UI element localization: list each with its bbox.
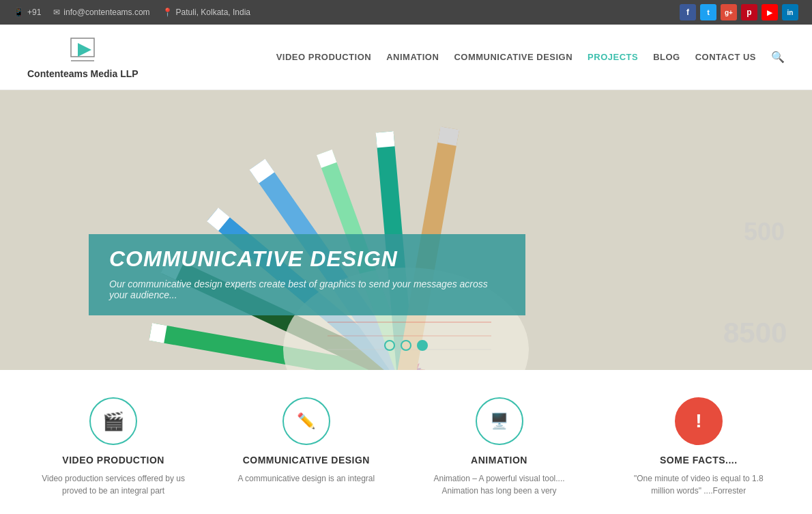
search-icon[interactable]: 🔍 bbox=[771, 51, 785, 63]
facebook-icon[interactable]: f bbox=[680, 4, 696, 20]
social-icons: f t g+ p ▶ in bbox=[680, 4, 798, 20]
feature-video-production: 🎬 VIDEO PRODUCTION Video production serv… bbox=[38, 397, 188, 497]
some-facts-desc: "One minute of video is equal to 1.8 mil… bbox=[624, 472, 774, 497]
animation-title: ANIMATION bbox=[471, 455, 527, 466]
svg-text:8500: 8500 bbox=[723, 317, 787, 349]
phone-number: +91 bbox=[27, 8, 41, 17]
linkedin-icon[interactable]: in bbox=[782, 4, 798, 20]
svg-text:500: 500 bbox=[744, 218, 785, 246]
video-production-title: VIDEO PRODUCTION bbox=[62, 455, 164, 466]
youtube-icon[interactable]: ▶ bbox=[762, 4, 778, 20]
nav-animation[interactable]: ANIMATION bbox=[386, 52, 439, 62]
animation-icon-circle: 🖥️ bbox=[476, 397, 523, 445]
communicative-design-icon-circle: ✏️ bbox=[282, 397, 330, 445]
nav-blog[interactable]: BLOG bbox=[653, 52, 680, 62]
svg-rect-39 bbox=[376, 131, 395, 147]
email-info: ✉ info@contenteams.com bbox=[53, 8, 149, 17]
phone-info: 📱 +91 bbox=[14, 8, 41, 17]
location-info: 📍 Patuli, Kolkata, India bbox=[162, 8, 250, 17]
slider-dot-2[interactable] bbox=[401, 340, 411, 351]
email-icon: ✉ bbox=[53, 8, 60, 17]
hero-background: 8500 500 bbox=[0, 90, 812, 370]
some-facts-title: SOME FACTS.... bbox=[660, 455, 738, 466]
hero-subtitle: Our communicative design experts create … bbox=[109, 279, 505, 300]
google-plus-icon[interactable]: g+ bbox=[721, 4, 737, 20]
slider-dots bbox=[384, 340, 428, 351]
communicative-design-title: COMMUNICATIVE DESIGN bbox=[243, 455, 370, 466]
svg-rect-42 bbox=[437, 126, 459, 145]
hero-section: 8500 500 COMMUNICATIVE DESIGN Our commun… bbox=[0, 90, 812, 370]
top-bar: 📱 +91 ✉ info@contenteams.com 📍 Patuli, K… bbox=[0, 0, 812, 25]
feature-animation: 🖥️ ANIMATION Animation – A powerful visu… bbox=[424, 397, 575, 497]
svg-rect-12 bbox=[149, 323, 167, 343]
nav-contact-us[interactable]: CONTACT US bbox=[695, 52, 756, 62]
video-icon: 🎬 bbox=[102, 411, 124, 432]
communicative-design-desc: A communicative design is an integral bbox=[237, 472, 375, 485]
animation-icon: 🖥️ bbox=[490, 412, 508, 430]
nav-video-production[interactable]: VIDEO PRODUCTION bbox=[276, 52, 371, 62]
some-facts-icon-circle: ! bbox=[675, 397, 723, 445]
animation-desc: Animation – A powerful visual tool.... A… bbox=[424, 472, 575, 497]
email-address: info@contenteams.com bbox=[63, 8, 149, 17]
main-nav: VIDEO PRODUCTION ANIMATION COMMUNICATIVE… bbox=[276, 51, 785, 63]
video-production-icon-circle: 🎬 bbox=[89, 397, 137, 445]
hero-title: COMMUNICATIVE DESIGN bbox=[109, 246, 505, 272]
nav-communicative-design[interactable]: COMMUNICATIVE DESIGN bbox=[454, 52, 572, 62]
location-text: Patuli, Kolkata, India bbox=[176, 8, 250, 17]
features-section: 🎬 VIDEO PRODUCTION Video production serv… bbox=[0, 370, 812, 511]
slider-dot-3[interactable] bbox=[417, 340, 428, 351]
feature-communicative-design: ✏️ COMMUNICATIVE DESIGN A communicative … bbox=[237, 397, 375, 485]
feature-some-facts: ! SOME FACTS.... "One minute of video is… bbox=[624, 397, 774, 497]
logo[interactable]: Contenteams Media LLP bbox=[27, 35, 139, 79]
exclamation-icon: ! bbox=[695, 410, 701, 432]
slider-dot-1[interactable] bbox=[384, 340, 395, 351]
top-bar-left: 📱 +91 ✉ info@contenteams.com 📍 Patuli, K… bbox=[14, 8, 250, 17]
hero-text-box: COMMUNICATIVE DESIGN Our communicative d… bbox=[89, 234, 525, 315]
location-icon: 📍 bbox=[162, 8, 173, 17]
design-icon: ✏️ bbox=[297, 412, 315, 430]
phone-icon: 📱 bbox=[14, 8, 24, 17]
pinterest-icon[interactable]: p bbox=[741, 4, 757, 20]
svg-marker-1 bbox=[78, 43, 91, 57]
video-production-desc: Video production services offered by us … bbox=[38, 472, 188, 497]
header: Contenteams Media LLP VIDEO PRODUCTION A… bbox=[0, 25, 812, 90]
logo-text: Contenteams Media LLP bbox=[27, 68, 139, 79]
twitter-icon[interactable]: t bbox=[700, 4, 716, 20]
logo-icon bbox=[66, 35, 100, 66]
nav-projects[interactable]: PROJECTS bbox=[588, 52, 638, 62]
